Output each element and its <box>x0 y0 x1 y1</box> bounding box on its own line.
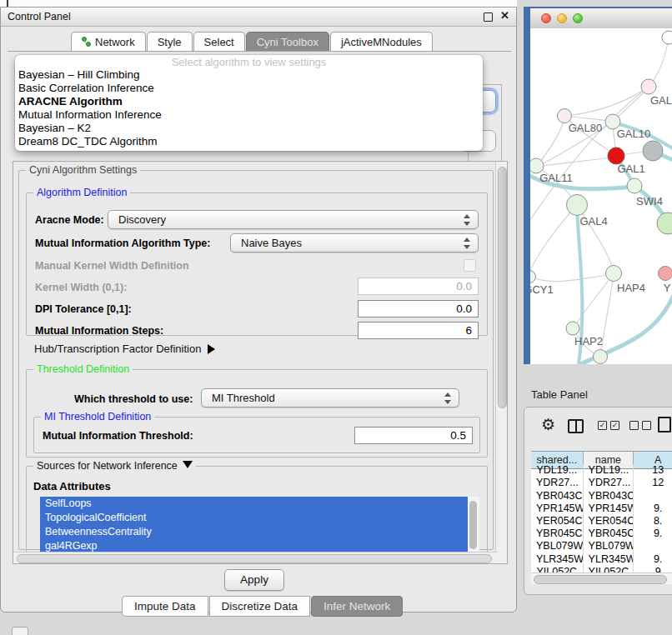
sources-group: Sources for Network Inference Data Attri… <box>26 466 488 564</box>
which-threshold-value: MI Threshold <box>212 392 275 404</box>
mi-threshold-group: MI Threshold Definition Mutual Informati… <box>33 417 480 453</box>
dpi-tolerance-field[interactable] <box>358 300 479 318</box>
network-node-y[interactable] <box>659 267 672 281</box>
hub-definition-expander[interactable]: Hub/Transcription Factor Definition <box>34 342 215 355</box>
collapse-down-icon <box>183 461 193 468</box>
algorithm-option-dream8-dc-tdc-algorithm[interactable]: Dream8 DC_TDC Algorithm <box>18 135 477 148</box>
network-node-label: GAL11 <box>539 172 573 184</box>
control-panel-titlebar: Control Panel ✕ <box>1 8 516 27</box>
mi-steps-field[interactable] <box>358 322 479 339</box>
apply-button[interactable]: Apply <box>224 569 284 591</box>
group-title: Algorithm Definition <box>33 187 130 198</box>
tab-style[interactable]: Style <box>147 32 193 52</box>
close-traffic-light[interactable] <box>541 13 551 23</box>
tab-discretize-data[interactable]: Discretize Data <box>209 596 311 617</box>
table-cell: 9. <box>634 528 672 540</box>
data-attribute-item[interactable]: SelfLoops <box>40 497 479 511</box>
table-cell: YBL079W <box>531 540 584 552</box>
unchecked-box-icon[interactable] <box>642 421 651 430</box>
table-row[interactable]: YLR345WYLR345W9. <box>531 553 672 566</box>
settings-vertical-scrollbar[interactable] <box>495 162 507 563</box>
algorithm-option-basic-correlation-inference[interactable]: Basic Correlation Inference <box>18 82 477 95</box>
checked-box-icon[interactable]: ✓ <box>610 421 619 430</box>
sources-expander[interactable]: Sources for Network Inference <box>33 460 196 472</box>
algorithm-option-mutual-information-inference[interactable]: Mutual Information Inference <box>18 108 477 122</box>
panel-title: Control Panel <box>8 11 71 22</box>
attributes-scrollbar[interactable] <box>468 497 479 557</box>
network-window-titlebar <box>530 8 672 29</box>
which-threshold-label: Which threshold to use: <box>74 393 193 405</box>
network-node-gal[interactable] <box>641 79 656 94</box>
algorithm-option-bayesian-hill-climbing[interactable]: Bayesian – Hill Climbing <box>18 68 477 82</box>
network-canvas[interactable]: GALGAL80GAL10GAL1GAL11SWI4GAL4GCY1HAP4YH… <box>530 28 672 364</box>
table-cell: YER054C <box>584 515 634 528</box>
settings-horizontal-scrollbar[interactable] <box>13 552 498 563</box>
network-node-label: Y <box>664 282 671 294</box>
tab-infer-network[interactable]: Infer Network <box>311 596 403 617</box>
table-row[interactable]: YBR045CYBR045C9. <box>531 528 672 540</box>
gear-icon[interactable]: ⚙ <box>541 415 555 434</box>
cyni-algorithm-settings-group: Cyni Algorithm Settings Algorithm Defini… <box>18 170 494 550</box>
unchecked-box-icon[interactable] <box>629 421 639 430</box>
table-row[interactable]: YDR27...YDR27...12 <box>531 477 672 489</box>
network-node-label: GAL <box>650 94 672 107</box>
columns-icon[interactable] <box>568 419 584 433</box>
network-node[interactable] <box>594 350 608 364</box>
table-cell: YBR043C <box>531 490 584 502</box>
tab-cyni-toolbox[interactable]: Cyni Toolbox <box>246 32 329 52</box>
table-horizontal-scrollbar[interactable] <box>531 572 672 584</box>
network-node-swi4[interactable] <box>627 178 642 193</box>
tab-jactivemnodules[interactable]: jActiveMNodules <box>330 32 433 52</box>
network-node[interactable] <box>657 212 672 234</box>
network-node-gal80[interactable] <box>558 109 572 123</box>
network-node-label: GAL10 <box>617 128 650 140</box>
aracne-mode-select[interactable]: Discovery <box>108 210 479 229</box>
table-cell: 8. <box>634 515 672 528</box>
table-panel: ⚙ ✓ ✓ shared...nameA YDL19...YDL19...13Y… <box>524 407 672 595</box>
network-node-label: SWI4 <box>636 195 663 208</box>
table-cell: YPR145W <box>584 502 634 515</box>
table-cell: 12 <box>634 477 672 489</box>
network-node-gcy1[interactable] <box>530 271 536 283</box>
data-attribute-item[interactable]: BetweennessCentrality <box>40 525 479 539</box>
network-node[interactable] <box>643 141 663 161</box>
close-panel-icon[interactable]: ✕ <box>500 9 509 22</box>
manual-kernel-checkbox[interactable] <box>464 259 476 272</box>
network-node-gal4[interactable] <box>567 195 588 216</box>
network-node-hap2[interactable] <box>566 322 579 335</box>
data-attribute-item[interactable]: TopologicalCoefficient <box>40 511 479 525</box>
tab-impute-data[interactable]: Impute Data <box>122 596 208 617</box>
tab-select[interactable]: Select <box>193 32 245 52</box>
table-row[interactable]: YDL19...YDL19...13 <box>531 464 672 477</box>
scrollbar-thumb[interactable] <box>17 554 492 563</box>
network-node-gal1[interactable] <box>608 148 624 164</box>
network-node-label: HAP4 <box>617 282 645 294</box>
algorithm-dropdown-popup: Select algorithm to view settings Bayesi… <box>15 55 483 151</box>
checked-box-icon[interactable]: ✓ <box>598 421 607 430</box>
algorithm-option-bayesian-k2[interactable]: Bayesian – K2 <box>18 122 477 135</box>
float-panel-icon[interactable] <box>484 12 493 22</box>
kernel-width-field[interactable] <box>358 278 479 295</box>
tab-network[interactable]: Network <box>71 32 146 52</box>
table-row[interactable]: YER054CYER054C8. <box>531 515 672 528</box>
minimized-panel-icon[interactable] <box>12 627 28 635</box>
network-node-hap4[interactable] <box>606 266 622 282</box>
algorithm-option-aracne-algorithm[interactable]: ARACNE Algorithm <box>18 95 477 108</box>
table-cell: YDR27... <box>531 477 584 489</box>
mi-threshold-field[interactable] <box>354 427 473 444</box>
network-node[interactable] <box>662 31 672 44</box>
algorithm-definition-group: Algorithm Definition Aracne Mode: Discov… <box>26 192 488 336</box>
scrollbar-thumb[interactable] <box>498 167 507 408</box>
zoom-traffic-light[interactable] <box>573 13 583 23</box>
scrollbar-thumb[interactable] <box>534 575 667 584</box>
table-cell: 13 <box>634 464 672 477</box>
table-row[interactable]: YPR145WYPR145W9. <box>531 502 672 515</box>
mi-algorithm-type-select[interactable]: Naive Bayes <box>230 233 479 252</box>
scrollbar-thumb[interactable] <box>469 501 477 549</box>
minimize-traffic-light[interactable] <box>557 13 567 23</box>
table-row[interactable]: YBL079WYBL079W <box>531 540 672 552</box>
document-icon[interactable] <box>658 417 671 432</box>
which-threshold-select[interactable]: MI Threshold <box>201 388 459 408</box>
table-row[interactable]: YBR043CYBR043C <box>531 490 672 502</box>
table-cell: YBR045C <box>584 528 634 540</box>
